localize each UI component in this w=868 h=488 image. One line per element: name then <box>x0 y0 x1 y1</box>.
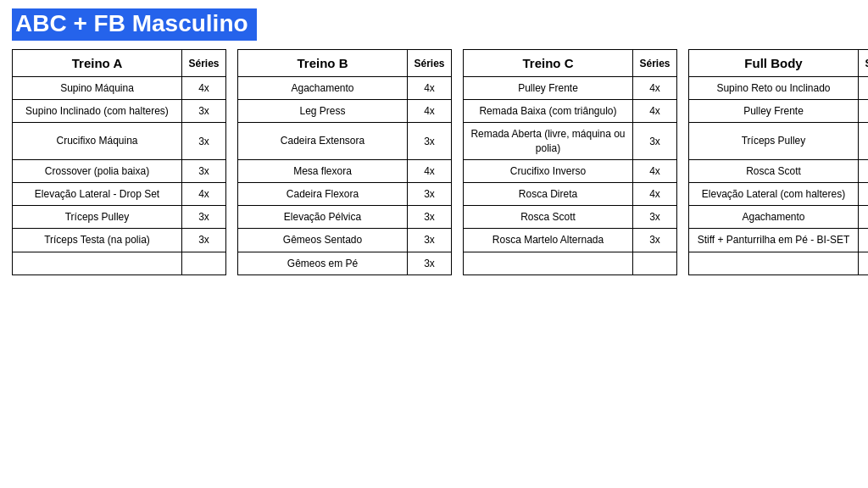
exercise-cell-col3-row7 <box>689 252 859 274</box>
col-series-header-1: Séries <box>408 50 452 77</box>
series-cell-col2-row3: 4x <box>633 159 677 182</box>
exercise-cell-col2-row3: Crucifixo Inverso <box>464 159 633 182</box>
series-cell-col3-row4: 3x <box>859 182 869 205</box>
exercise-cell-col2-row7 <box>464 252 633 274</box>
series-cell-col2-row4: 4x <box>633 182 677 205</box>
col-series-header-0: Séries <box>182 50 226 77</box>
series-cell-col3-row6: 3x <box>859 229 869 252</box>
exercise-cell-col2-row4: Rosca Direta <box>464 182 633 205</box>
col-header-3: Full Body <box>689 50 859 77</box>
exercise-cell-col3-row4: Elevação Lateral (com halteres) <box>689 182 859 205</box>
exercise-cell-col3-row2: Tríceps Pulley <box>689 123 859 159</box>
series-cell-col0-row2: 3x <box>182 123 226 159</box>
series-cell-col1-row7: 3x <box>408 252 452 274</box>
series-cell-col3-row3: 3x <box>859 159 869 182</box>
series-cell-col0-row5: 3x <box>182 206 226 229</box>
exercise-cell-col0-row4: Elevação Lateral - Drop Set <box>13 182 182 205</box>
exercise-cell-col1-row5: Elevação Pélvica <box>238 206 408 229</box>
col-header-0: Treino A <box>13 50 182 77</box>
exercise-cell-col2-row5: Rosca Scott <box>464 206 633 229</box>
series-cell-col0-row4: 4x <box>182 182 226 205</box>
series-cell-col2-row1: 4x <box>633 100 677 123</box>
series-cell-col2-row7 <box>633 252 677 274</box>
page-title: ABC + FB Masculino <box>12 8 257 41</box>
exercise-cell-col1-row1: Leg Press <box>238 100 408 123</box>
exercise-cell-col1-row3: Mesa flexora <box>238 159 408 182</box>
series-cell-col3-row2: 3x <box>859 123 869 159</box>
exercise-cell-col2-row2: Remada Aberta (livre, máquina ou polia) <box>464 123 633 159</box>
series-cell-col1-row3: 4x <box>408 159 452 182</box>
series-cell-col1-row4: 3x <box>408 182 452 205</box>
series-cell-col2-row0: 4x <box>633 77 677 100</box>
series-cell-col3-row0: 4x <box>859 77 869 100</box>
exercise-cell-col0-row5: Tríceps Pulley <box>13 206 182 229</box>
series-cell-col0-row0: 4x <box>182 77 226 100</box>
col-header-2: Treino C <box>464 50 633 77</box>
series-cell-col3-row7 <box>859 252 869 274</box>
exercise-cell-col1-row7: Gêmeos em Pé <box>238 252 408 274</box>
series-cell-col1-row2: 3x <box>408 123 452 159</box>
exercise-cell-col0-row1: Supino Inclinado (com halteres) <box>13 100 182 123</box>
series-cell-col0-row7 <box>182 252 226 274</box>
series-cell-col1-row5: 3x <box>408 206 452 229</box>
exercise-cell-col0-row7 <box>13 252 182 274</box>
exercise-cell-col2-row0: Pulley Frente <box>464 77 633 100</box>
series-cell-col2-row2: 3x <box>633 123 677 159</box>
series-cell-col0-row6: 3x <box>182 229 226 252</box>
exercise-cell-col0-row2: Crucifixo Máquina <box>13 123 182 159</box>
series-cell-col0-row3: 3x <box>182 159 226 182</box>
exercise-cell-col0-row6: Tríceps Testa (na polia) <box>13 229 182 252</box>
series-cell-col1-row0: 4x <box>408 77 452 100</box>
exercise-cell-col3-row0: Supino Reto ou Inclinado <box>689 77 859 100</box>
col-series-header-2: Séries <box>633 50 677 77</box>
series-cell-col3-row1: 4x <box>859 100 869 123</box>
exercise-cell-col1-row4: Cadeira Flexora <box>238 182 408 205</box>
exercise-cell-col0-row0: Supino Máquina <box>13 77 182 100</box>
exercise-cell-col3-row3: Rosca Scott <box>689 159 859 182</box>
exercise-cell-col3-row5: Agachamento <box>689 206 859 229</box>
series-cell-col1-row6: 3x <box>408 229 452 252</box>
exercise-cell-col3-row6: Stiff + Panturrilha em Pé - BI-SET <box>689 229 859 252</box>
exercise-cell-col1-row6: Gêmeos Sentado <box>238 229 408 252</box>
exercise-cell-col2-row1: Remada Baixa (com triângulo) <box>464 100 633 123</box>
exercise-cell-col2-row6: Rosca Martelo Alternada <box>464 229 633 252</box>
series-cell-col2-row5: 3x <box>633 206 677 229</box>
series-cell-col0-row1: 3x <box>182 100 226 123</box>
exercise-cell-col0-row3: Crossover (polia baixa) <box>13 159 182 182</box>
exercise-cell-col3-row1: Pulley Frente <box>689 100 859 123</box>
exercise-cell-col1-row2: Cadeira Extensora <box>238 123 408 159</box>
series-cell-col3-row5: 3x <box>859 206 869 229</box>
col-series-header-3: Séries <box>859 50 869 77</box>
series-cell-col1-row1: 4x <box>408 100 452 123</box>
exercise-cell-col1-row0: Agachamento <box>238 77 408 100</box>
col-header-1: Treino B <box>238 50 408 77</box>
series-cell-col2-row6: 3x <box>633 229 677 252</box>
